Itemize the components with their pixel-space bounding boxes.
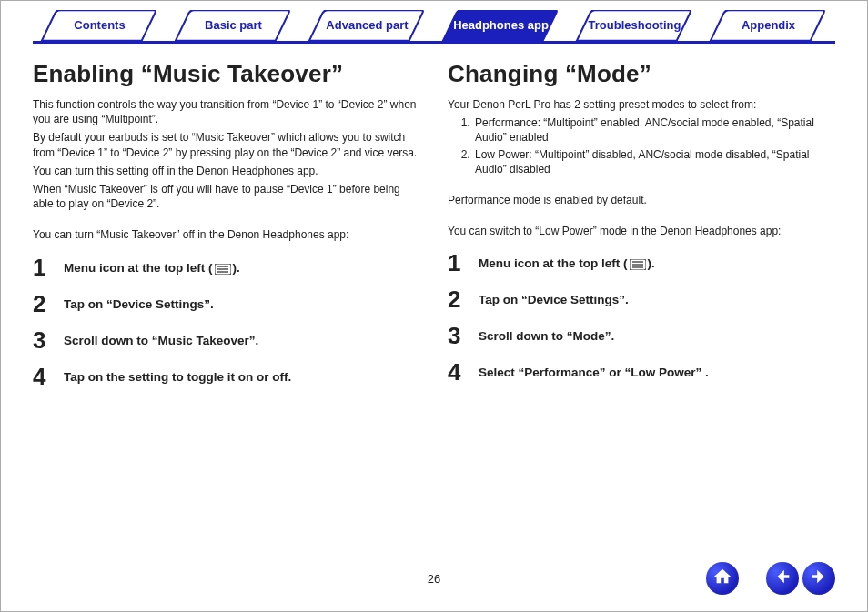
- step-item: 1 Menu icon at the top left ().: [448, 251, 835, 275]
- step-number: 1: [448, 251, 479, 275]
- body-text: Performance mode is enabled by default.: [448, 193, 835, 207]
- arrow-right-icon: [809, 567, 829, 590]
- step-text: Scroll down to “Music Takeover”.: [64, 328, 258, 349]
- tab-label: Advanced part: [326, 10, 408, 37]
- right-column: Changing “Mode” Your Denon PerL Pro has …: [448, 55, 835, 401]
- section-title: Enabling “Music Takeover”: [33, 60, 420, 88]
- tab-appendix[interactable]: Appendix: [701, 10, 835, 41]
- body-text: You can switch to “Low Power” mode in th…: [448, 224, 835, 238]
- list-item: Low Power: “Multipoint” disabled, ANC/so…: [473, 147, 835, 176]
- step-text: Tap on the setting to toggle it on or of…: [64, 365, 291, 386]
- step-item: 3 Scroll down to “Mode”.: [448, 324, 835, 347]
- step-number: 4: [33, 365, 64, 388]
- body-text: Your Denon PerL Pro has 2 setting preset…: [448, 97, 835, 112]
- step-number: 3: [448, 324, 479, 347]
- modes-list: Performance: “Multipoint” enabled, ANC/s…: [448, 115, 835, 176]
- manual-page: Contents Basic part Advanced part Headph…: [0, 0, 868, 612]
- step-text: Select “Performance” or “Low Power” .: [479, 360, 709, 381]
- section-title: Changing “Mode”: [448, 60, 835, 88]
- step-text: Tap on “Device Settings”.: [64, 292, 214, 313]
- step-item: 2 Tap on “Device Settings”.: [448, 287, 835, 311]
- step-text: Tap on “Device Settings”.: [479, 287, 629, 308]
- tab-troubleshooting[interactable]: Troubleshooting: [568, 10, 701, 41]
- tab-advanced[interactable]: Advanced part: [300, 10, 434, 41]
- step-number: 2: [448, 287, 479, 311]
- tab-bar: Contents Basic part Advanced part Headph…: [33, 10, 835, 44]
- step-text: Menu icon at the top left ().: [64, 256, 240, 279]
- home-icon: [712, 567, 732, 590]
- body-text: You can turn this setting off in the Den…: [33, 164, 420, 178]
- body-text: This function controls the way you trans…: [33, 97, 420, 126]
- page-nav-pair: [766, 562, 835, 595]
- tab-contents[interactable]: Contents: [33, 10, 167, 41]
- home-button[interactable]: [706, 562, 739, 595]
- prev-page-button[interactable]: [766, 562, 799, 595]
- tab-label: Contents: [74, 10, 125, 37]
- step-item: 3 Scroll down to “Music Takeover”.: [33, 328, 420, 352]
- body-text: You can turn “Music Takeover” off in the…: [33, 227, 420, 242]
- tab-headphones-app[interactable]: Headphones app: [434, 10, 568, 41]
- body-text: When “Music Takeover” is off you will ha…: [33, 182, 420, 211]
- tab-label: Basic part: [205, 10, 262, 37]
- list-item: Performance: “Multipoint” enabled, ANC/s…: [473, 115, 835, 145]
- step-item: 4 Tap on the setting to toggle it on or …: [33, 365, 420, 388]
- step-text-part: Menu icon at the top left (: [479, 256, 628, 270]
- hamburger-menu-icon: [630, 258, 646, 275]
- tab-basic[interactable]: Basic part: [167, 10, 300, 41]
- content-columns: Enabling “Music Takeover” This function …: [33, 55, 835, 401]
- steps-list: 1 Menu icon at the top left (). 2 Tap on…: [448, 251, 835, 384]
- step-text: Scroll down to “Mode”.: [479, 324, 614, 345]
- step-text-part: ).: [233, 261, 240, 275]
- step-text: Menu icon at the top left ().: [479, 251, 655, 275]
- nav-buttons: [706, 562, 835, 595]
- tab-label: Appendix: [742, 10, 795, 37]
- tab-label: Troubleshooting: [589, 10, 681, 37]
- body-text: By default your earbuds is set to “Music…: [33, 130, 420, 159]
- step-item: 4 Select “Performance” or “Low Power” .: [448, 360, 835, 384]
- step-number: 4: [448, 360, 479, 384]
- step-text-part: Menu icon at the top left (: [64, 261, 213, 275]
- step-number: 1: [33, 256, 64, 279]
- steps-list: 1 Menu icon at the top left (). 2 Tap on…: [33, 256, 420, 388]
- step-text-part: ).: [648, 256, 655, 270]
- step-number: 3: [33, 328, 64, 352]
- step-number: 2: [33, 292, 64, 316]
- arrow-left-icon: [772, 567, 792, 590]
- hamburger-menu-icon: [215, 263, 231, 279]
- step-item: 2 Tap on “Device Settings”.: [33, 292, 420, 316]
- tab-label: Headphones app: [453, 10, 549, 37]
- left-column: Enabling “Music Takeover” This function …: [33, 55, 420, 401]
- step-item: 1 Menu icon at the top left ().: [33, 256, 420, 279]
- next-page-button[interactable]: [802, 562, 835, 595]
